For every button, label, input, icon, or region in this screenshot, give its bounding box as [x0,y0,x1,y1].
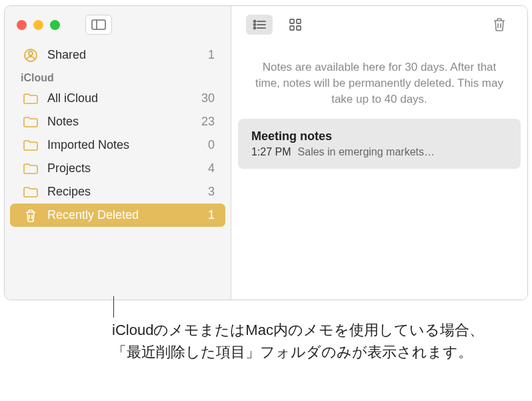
list-icon [253,19,266,30]
shared-icon [23,49,38,62]
sidebar-item-imported-notes[interactable]: Imported Notes 0 [5,133,231,157]
folder-icon [23,163,38,175]
sidebar-item-count: 23 [201,115,215,129]
sidebar-item-label: Imported Notes [47,138,129,152]
folder-icon [23,139,38,151]
svg-point-10 [254,27,256,29]
svg-rect-12 [290,19,294,23]
sidebar-content: Shared 1 iCloud All iCloud 30 [5,43,231,300]
svg-rect-0 [92,20,105,29]
sidebar-icon [91,19,106,30]
sidebar-item-projects[interactable]: Projects 4 [5,157,231,180]
note-list-item[interactable]: Meeting notes 1:27 PMSales in emerging m… [238,119,521,169]
svg-point-8 [254,24,256,26]
trash-icon [23,209,38,222]
sidebar-item-count: 1 [208,208,215,222]
sidebar-item-label: All iCloud [47,91,98,105]
sidebar-item-label: Recently Deleted [47,208,139,222]
sidebar-item-label: Shared [47,48,86,62]
list-view-button[interactable] [246,15,273,35]
app-window: Shared 1 iCloud All iCloud 30 [4,5,528,300]
svg-point-6 [254,21,256,23]
note-preview: Sales in emerging markets… [298,146,435,157]
sidebar-item-label: Notes [47,115,79,129]
info-text: Notes are available here for 30 days. Af… [231,43,527,119]
delete-button[interactable] [486,15,513,35]
sidebar-item-count: 4 [208,161,215,175]
sidebar-item-recently-deleted[interactable]: Recently Deleted 1 [10,204,225,227]
traffic-lights [17,20,60,30]
svg-rect-15 [297,26,301,30]
callout-line [113,296,114,318]
callout-text: iCloudのメモまたはMac内のメモを使用している場合、「最近削除した項目」フ… [112,319,499,363]
close-button[interactable] [17,20,27,30]
zoom-button[interactable] [50,20,60,30]
trash-icon [493,17,506,32]
toggle-sidebar-button[interactable] [85,15,112,35]
sidebar-item-all-icloud[interactable]: All iCloud 30 [5,87,231,110]
sidebar-item-count: 0 [208,138,215,152]
folder-icon [23,116,38,128]
sidebar-item-count: 3 [208,185,215,199]
svg-rect-14 [290,26,294,30]
titlebar [5,6,231,43]
sidebar: Shared 1 iCloud All iCloud 30 [5,6,231,300]
folder-icon [23,93,38,105]
note-time: 1:27 PM [251,146,291,157]
sidebar-item-notes[interactable]: Notes 23 [5,110,231,133]
sidebar-item-label: Recipes [47,185,91,199]
sidebar-item-count: 1 [208,48,215,62]
svg-rect-13 [297,19,301,23]
sidebar-item-count: 30 [201,91,215,105]
minimize-button[interactable] [33,20,43,30]
sidebar-item-recipes[interactable]: Recipes 3 [5,180,231,204]
grid-icon [289,18,302,31]
folder-icon [23,186,38,198]
svg-point-2 [29,51,33,55]
note-subtitle: 1:27 PMSales in emerging markets… [251,146,507,158]
sidebar-item-shared[interactable]: Shared 1 [5,43,231,67]
gallery-view-button[interactable] [282,15,309,35]
sidebar-item-label: Projects [47,161,91,175]
note-title: Meeting notes [251,129,507,143]
main-panel: Notes are available here for 30 days. Af… [231,6,527,300]
sidebar-section-header: iCloud [5,67,231,87]
toolbar [231,6,527,43]
